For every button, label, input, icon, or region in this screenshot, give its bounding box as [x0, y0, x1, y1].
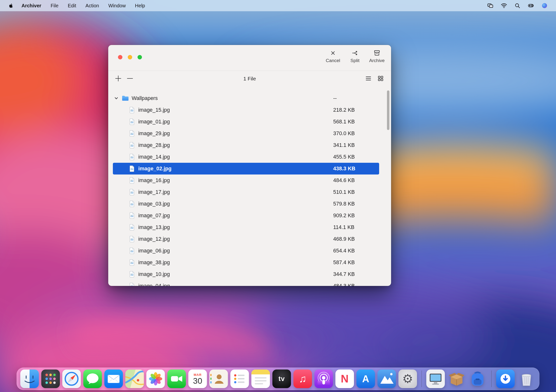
split-button[interactable]: Split	[347, 49, 363, 63]
file-row[interactable]: image_07.jpg 909.2 KB	[108, 210, 391, 221]
control-center-icon[interactable]	[528, 2, 534, 9]
dock-podcasts-icon[interactable]	[314, 370, 333, 388]
file-size: 484.3 KB	[333, 283, 355, 286]
search-icon[interactable]	[514, 3, 520, 9]
grid-view-button[interactable]	[377, 75, 384, 82]
file-name: image_28.jpg	[138, 142, 170, 148]
dock-box-app-icon[interactable]	[447, 370, 466, 388]
dock-finder-icon[interactable]	[20, 370, 39, 388]
file-list-body: Wallpapers -- image_15.jpg 218.2 KB	[108, 92, 391, 286]
file-row[interactable]: image_14.jpg 455.5 KB	[108, 151, 391, 163]
file-row[interactable]: image_13.jpg 114.1 KB	[108, 221, 391, 233]
file-size: 510.1 KB	[333, 189, 355, 195]
file-row[interactable]: image_01.jpg 568.1 KB	[108, 116, 391, 128]
file-name: image_38.jpg	[138, 260, 170, 266]
folder-row[interactable]: Wallpapers --	[108, 92, 391, 104]
news-n-glyph: N	[341, 373, 349, 385]
file-name: image_10.jpg	[138, 271, 170, 277]
jpeg-file-icon	[129, 236, 135, 242]
list-controls: 1 File	[108, 71, 391, 88]
close-button[interactable]	[118, 55, 122, 59]
file-row[interactable]: image_03.jpg 579.8 KB	[108, 198, 391, 210]
file-name: image_04.jpg	[138, 283, 170, 286]
file-size: 909.2 KB	[333, 213, 355, 219]
folder-size: --	[333, 95, 337, 101]
dock-appstore-icon[interactable]: A	[356, 370, 375, 388]
dock-mail-icon[interactable]	[104, 370, 123, 388]
appstore-a-glyph: A	[362, 373, 369, 384]
folder-icon	[122, 95, 129, 101]
file-size: 114.1 KB	[333, 224, 354, 230]
dock-messages-icon[interactable]	[83, 370, 102, 388]
file-size: 455.5 KB	[333, 154, 355, 160]
file-row[interactable]: image_10.jpg 344.7 KB	[108, 268, 391, 280]
dock-backpack-app-icon[interactable]	[468, 370, 487, 388]
jpeg-file-icon	[129, 107, 135, 113]
dock-system-preferences-icon[interactable]: ⚙	[398, 370, 417, 388]
file-name: image_12.jpg	[138, 236, 170, 242]
window-titlebar[interactable]: Cancel Split	[108, 45, 391, 71]
dock-separator	[421, 370, 422, 387]
menu-file[interactable]: File	[51, 3, 58, 9]
dock-notes-icon[interactable]	[251, 370, 270, 388]
split-label: Split	[351, 58, 360, 63]
dock-music-icon[interactable]: ♫	[293, 370, 312, 388]
menu-action[interactable]: Action	[86, 3, 99, 9]
file-name: image_06.jpg	[138, 248, 170, 254]
file-row[interactable]: image_38.jpg 587.4 KB	[108, 257, 391, 268]
file-row[interactable]: image_16.jpg 484.6 KB	[108, 174, 391, 186]
file-row[interactable]: image_04.jpg 484.3 KB	[108, 280, 391, 286]
file-row[interactable]: image_06.jpg 654.4 KB	[108, 245, 391, 257]
file-row[interactable]: image_02.jpg 438.3 KB	[108, 163, 391, 174]
file-name: image_16.jpg	[138, 177, 170, 184]
dock-calendar-icon[interactable]: MAR 30	[188, 370, 207, 388]
file-count-label: 1 File	[108, 76, 391, 82]
menu-app-name[interactable]: Archiver	[21, 3, 41, 9]
zoom-button[interactable]	[138, 55, 142, 59]
file-name: image_07.jpg	[138, 213, 170, 219]
dock-launchpad-icon[interactable]	[41, 370, 60, 388]
dock-tv-icon[interactable]: tv	[272, 370, 291, 388]
siri-icon[interactable]	[541, 2, 548, 9]
file-size: 438.3 KB	[333, 166, 355, 172]
music-note-glyph: ♫	[299, 374, 307, 384]
jpeg-file-icon	[129, 201, 135, 207]
list-view-button[interactable]	[365, 75, 372, 82]
menu-edit[interactable]: Edit	[68, 3, 76, 9]
dock-news-icon[interactable]: N	[335, 370, 354, 388]
disclosure-chevron-icon[interactable]	[114, 96, 119, 101]
file-size: 370.0 KB	[333, 131, 355, 137]
dock-photos-icon[interactable]	[146, 370, 165, 388]
file-size: 587.4 KB	[333, 260, 355, 266]
scrollbar-thumb[interactable]	[387, 90, 389, 130]
wifi-icon[interactable]	[501, 2, 507, 9]
dock-trash-icon[interactable]	[517, 370, 536, 388]
minimize-button[interactable]	[128, 55, 132, 59]
traffic-lights	[118, 55, 142, 59]
displays-icon[interactable]	[487, 2, 493, 9]
archive-button[interactable]: Archive	[369, 49, 385, 63]
file-row[interactable]: image_15.jpg 218.2 KB	[108, 104, 391, 116]
jpeg-file-icon	[129, 259, 135, 266]
file-row[interactable]: image_29.jpg 370.0 KB	[108, 128, 391, 139]
file-name: image_13.jpg	[138, 224, 170, 230]
dock-archiver-app-icon[interactable]	[377, 370, 396, 388]
file-row[interactable]: image_12.jpg 468.9 KB	[108, 233, 391, 245]
file-row[interactable]: image_28.jpg 341.1 KB	[108, 139, 391, 151]
dock-contacts-icon[interactable]	[209, 370, 228, 388]
dock-safari-icon[interactable]	[62, 370, 81, 388]
split-icon	[351, 49, 359, 57]
cancel-button[interactable]: Cancel	[325, 49, 341, 63]
jpeg-file-icon	[129, 248, 135, 254]
jpeg-file-icon	[129, 189, 135, 195]
apple-menu-icon[interactable]	[8, 3, 14, 8]
menu-help[interactable]: Help	[135, 3, 145, 9]
dock-downloads-icon[interactable]	[496, 370, 515, 388]
dock-utility-app-icon[interactable]	[426, 370, 445, 388]
dock-reminders-icon[interactable]	[230, 370, 249, 388]
menu-window[interactable]: Window	[108, 3, 126, 9]
jpeg-file-icon	[129, 142, 135, 148]
dock-facetime-icon[interactable]	[167, 370, 186, 388]
file-row[interactable]: image_17.jpg 510.1 KB	[108, 186, 391, 198]
dock-maps-icon[interactable]	[125, 370, 144, 388]
